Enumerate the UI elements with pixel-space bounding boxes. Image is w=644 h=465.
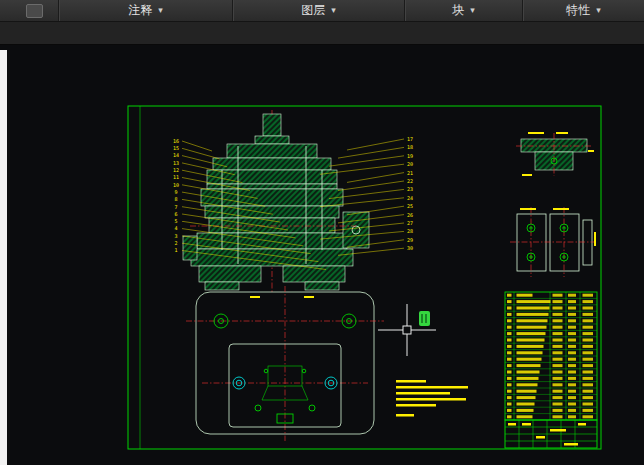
panel-label-properties: 特性 bbox=[566, 2, 590, 19]
drawing-canvas[interactable]: 16151413121110987654321 1718192021222324… bbox=[0, 45, 644, 465]
svg-text:19: 19 bbox=[407, 153, 413, 159]
svg-text:29: 29 bbox=[407, 237, 413, 243]
chevron-down-icon: ▾ bbox=[596, 6, 601, 15]
ribbon-collapsed-area bbox=[0, 22, 644, 45]
panel-label-layers: 图层 bbox=[301, 2, 325, 19]
ribbon-left-area bbox=[0, 0, 58, 21]
svg-text:27: 27 bbox=[407, 220, 413, 226]
title-block bbox=[505, 420, 597, 448]
ribbon-panel-block[interactable]: 块 ▾ bbox=[405, 0, 522, 21]
svg-text:13: 13 bbox=[173, 160, 179, 166]
svg-text:28: 28 bbox=[407, 228, 413, 234]
svg-text:6: 6 bbox=[174, 211, 177, 217]
ribbon-panel-properties[interactable]: 特性 ▾ bbox=[523, 0, 644, 21]
detail-view-top bbox=[516, 132, 594, 176]
ribbon-bar: 注释 ▾ 图层 ▾ 块 ▾ 特性 ▾ bbox=[0, 0, 644, 22]
panel-label-annotation: 注释 bbox=[128, 2, 152, 19]
plan-view bbox=[186, 286, 384, 441]
svg-text:7: 7 bbox=[174, 204, 177, 210]
svg-text:17: 17 bbox=[407, 136, 413, 142]
snap-badge bbox=[419, 311, 430, 326]
ribbon-panel-annotation[interactable]: 注释 ▾ bbox=[59, 0, 232, 21]
svg-text:10: 10 bbox=[173, 182, 179, 188]
svg-text:3: 3 bbox=[174, 233, 177, 239]
chevron-down-icon: ▾ bbox=[331, 6, 336, 15]
svg-text:25: 25 bbox=[407, 203, 413, 209]
assembly-section-view bbox=[183, 110, 369, 294]
svg-text:11: 11 bbox=[173, 174, 179, 180]
svg-text:15: 15 bbox=[173, 145, 179, 151]
svg-text:12: 12 bbox=[173, 167, 179, 173]
app-window: 注释 ▾ 图层 ▾ 块 ▾ 特性 ▾ bbox=[0, 0, 644, 465]
bom-table bbox=[505, 292, 597, 420]
svg-text:9: 9 bbox=[174, 189, 177, 195]
detail-view-right bbox=[510, 207, 596, 277]
svg-text:4: 4 bbox=[174, 225, 177, 231]
chevron-down-icon: ▾ bbox=[470, 6, 475, 15]
svg-text:30: 30 bbox=[407, 245, 413, 251]
svg-text:20: 20 bbox=[407, 161, 413, 167]
svg-text:24: 24 bbox=[407, 195, 413, 201]
ribbon-panel-layers[interactable]: 图层 ▾ bbox=[233, 0, 404, 21]
technical-notes bbox=[396, 380, 468, 417]
cad-drawing: 16151413121110987654321 1718192021222324… bbox=[0, 45, 644, 465]
chevron-down-icon: ▾ bbox=[158, 6, 163, 15]
svg-text:22: 22 bbox=[407, 178, 413, 184]
svg-text:21: 21 bbox=[407, 170, 413, 176]
svg-text:8: 8 bbox=[174, 196, 177, 202]
svg-text:18: 18 bbox=[407, 144, 413, 150]
svg-text:5: 5 bbox=[174, 218, 177, 224]
svg-text:1: 1 bbox=[174, 247, 177, 253]
svg-text:2: 2 bbox=[174, 240, 177, 246]
svg-text:26: 26 bbox=[407, 212, 413, 218]
svg-text:23: 23 bbox=[407, 186, 413, 192]
blocks-tool-icon[interactable] bbox=[26, 4, 43, 18]
panel-label-block: 块 bbox=[452, 2, 464, 19]
svg-text:14: 14 bbox=[173, 152, 179, 158]
svg-text:16: 16 bbox=[173, 138, 179, 144]
